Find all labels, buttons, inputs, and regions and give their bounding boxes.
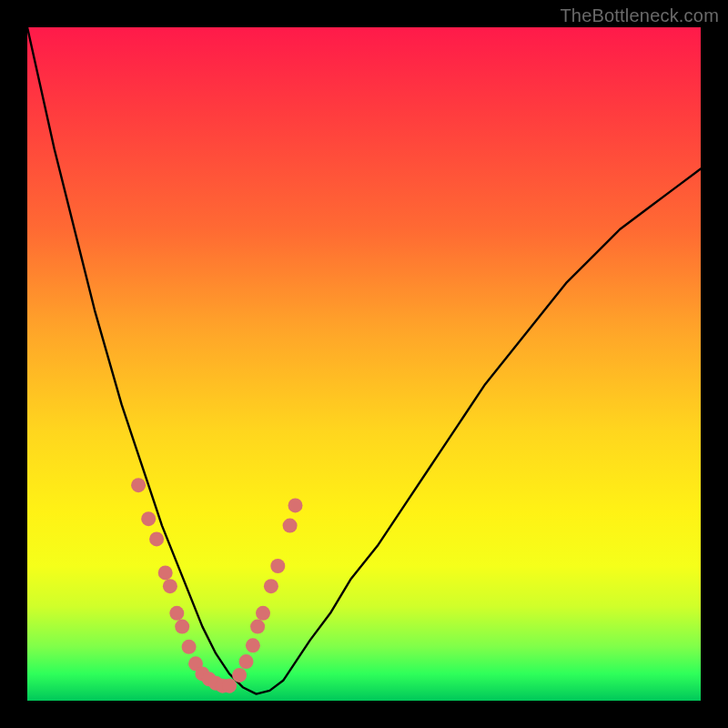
scatter-point xyxy=(182,640,197,654)
chart-canvas xyxy=(27,27,701,701)
scatter-point xyxy=(246,638,260,652)
chart-frame: TheBottleneck.com xyxy=(0,0,728,728)
scatter-point xyxy=(283,519,298,533)
scatter-point xyxy=(239,654,254,669)
scatter-point xyxy=(163,579,177,593)
scatter-point xyxy=(131,478,146,492)
scatter-point xyxy=(288,498,303,512)
scatter-point xyxy=(232,668,247,682)
scatter-point xyxy=(149,531,164,546)
scatter-point xyxy=(222,679,237,693)
scatter-point xyxy=(270,559,285,573)
scatter-point xyxy=(169,606,184,621)
plot-area xyxy=(27,27,701,701)
scatter-point xyxy=(264,579,278,593)
scatter-point xyxy=(250,620,265,634)
scatter-point xyxy=(141,511,156,526)
scatter-point xyxy=(256,606,270,621)
curve-bottleneck-curve xyxy=(27,27,701,694)
watermark-text: TheBottleneck.com xyxy=(560,5,719,26)
scatter-point xyxy=(175,620,189,634)
scatter-point xyxy=(158,565,173,580)
